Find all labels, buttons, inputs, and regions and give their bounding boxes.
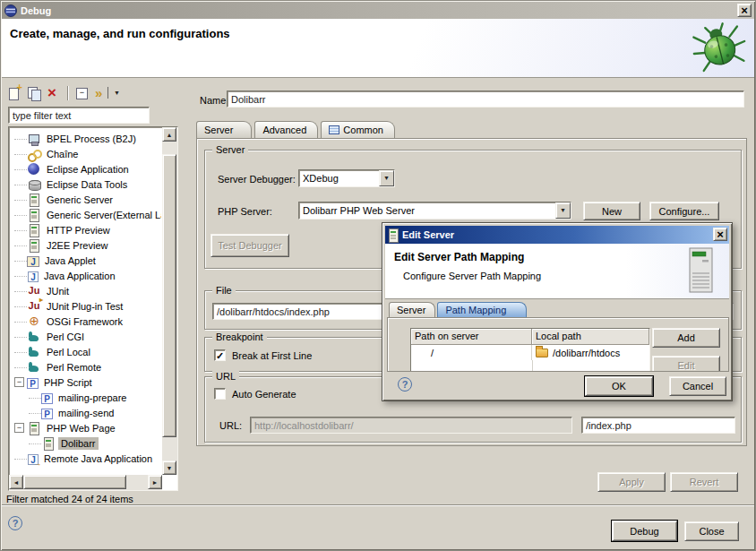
tree-item-label: JUnit (44, 285, 72, 297)
applet-icon: J (27, 256, 39, 267)
tree-item-j2ee-preview[interactable]: J2EE Preview (11, 237, 161, 253)
dialog-button-bar: OK Cancel (385, 372, 729, 400)
edit-server-dialog: Edit Server Edit Server Path Mapping Con… (382, 222, 733, 401)
expander-collapse-icon[interactable]: − (14, 423, 24, 433)
tree-connector (29, 398, 41, 399)
dialog-help-icon[interactable] (398, 377, 412, 392)
server-icon (27, 421, 41, 435)
tree-item-eclipse-data-tools[interactable]: Eclipse Data Tools (11, 176, 161, 192)
expander-collapse-icon[interactable]: − (14, 377, 24, 387)
server-debugger-select[interactable]: XDebug (298, 169, 395, 187)
name-input[interactable] (227, 90, 744, 108)
add-mapping-button[interactable]: Add (652, 328, 720, 348)
tree-connector (14, 154, 27, 155)
window-title: Debug (21, 5, 51, 16)
vertical-scroll-thumb[interactable] (162, 154, 176, 437)
window-titlebar[interactable]: Debug (2, 2, 754, 19)
tree-item-http-preview[interactable]: HTTP Preview (11, 222, 161, 237)
tree-item-generic-server[interactable]: Generic Server (11, 192, 161, 207)
scroll-right-icon[interactable]: ► (148, 475, 162, 489)
tree-item-mailing-prepare[interactable]: Pmailing-prepare (11, 390, 161, 405)
url-path-input[interactable] (581, 417, 735, 434)
tab-common[interactable]: Common (321, 121, 395, 139)
server-debugger-label: Server Debugger: (218, 174, 296, 185)
tab-advanced[interactable]: Advanced (254, 121, 318, 139)
new-server-button[interactable]: New (583, 202, 640, 220)
tree-item-label: JUnit Plug-in Test (44, 300, 125, 313)
tree-horizontal-scrollbar[interactable]: ◄ ► (9, 475, 162, 490)
column-header-path-on-server[interactable]: Path on server (411, 329, 532, 345)
cancel-button[interactable]: Cancel (669, 376, 726, 396)
auto-generate-label: Auto Generate (232, 389, 296, 400)
filter-configs-icon[interactable] (92, 84, 112, 102)
tree-item-label: BPEL Process (B2J) (44, 133, 139, 145)
test-debugger-button[interactable]: Test Debugger (210, 234, 289, 257)
apply-button[interactable]: Apply (597, 472, 666, 492)
scroll-left-icon[interactable]: ◄ (9, 475, 23, 489)
break-first-line-checkbox[interactable] (214, 349, 226, 361)
scroll-up-icon[interactable]: ▲ (162, 127, 176, 142)
chevron-down-icon[interactable] (555, 202, 571, 219)
tree-connector (14, 459, 27, 460)
tree-item-label: Perl CGI (44, 331, 87, 343)
configurations-toolbar (4, 82, 184, 104)
chevron-down-icon[interactable] (379, 170, 394, 186)
tab-server[interactable]: Server (196, 121, 252, 139)
menu-dropdown-icon[interactable] (112, 84, 123, 102)
dialog-tab-path-mapping[interactable]: Path Mapping (437, 302, 527, 318)
tree-connector (14, 215, 27, 216)
eclipse-icon (27, 162, 41, 176)
tree-item-perl-cgi[interactable]: Perl CGI (11, 329, 161, 344)
dialog-titlebar[interactable]: Edit Server (385, 226, 729, 244)
tree-item-label: mailing-send (56, 407, 116, 419)
tree-item-dolibarr[interactable]: Dolibarr (11, 435, 161, 451)
tree-item-java-applet[interactable]: JJava Applet (11, 253, 161, 268)
php-server-select[interactable]: Dolibarr PHP Web Server (298, 202, 571, 220)
help-icon[interactable] (8, 516, 22, 530)
column-header-local-path[interactable]: Local path (532, 329, 649, 345)
horizontal-scroll-thumb[interactable] (23, 475, 126, 489)
tree-item-label: mailing-prepare (56, 392, 129, 404)
dialog-close-button[interactable] (713, 228, 727, 241)
tree-connector (14, 352, 27, 353)
bpel-icon (27, 132, 41, 146)
scroll-down-icon[interactable]: ▼ (162, 461, 176, 475)
table-row[interactable]: / /dolibarr/htdocs (411, 345, 649, 360)
tree-vertical-scrollbar[interactable]: ▲ ▼ (162, 127, 177, 475)
table-header-row: Path on server Local path (411, 329, 649, 345)
tree-item-java-application[interactable]: JJava Application (11, 268, 161, 283)
tree-item-php-web-page[interactable]: −PHP Web Page (11, 420, 161, 435)
tree-item-bpel-process-b2j-[interactable]: BPEL Process (B2J) (11, 131, 161, 146)
tree-item-perl-local[interactable]: Perl Local (11, 344, 161, 359)
tree-item-remote-java-application[interactable]: JRemote Java Application (11, 451, 161, 466)
tree-item-cha-ne[interactable]: Chaîne (11, 146, 161, 161)
edit-mapping-button[interactable]: Edit (652, 356, 720, 372)
dialog-banner: Create, manage, and run configurations (2, 19, 754, 78)
tree-item-generic-server-external-la[interactable]: Generic Server(External La (11, 207, 161, 222)
tree-item-label: Java Applet (42, 254, 99, 267)
configure-server-button[interactable]: Configure... (649, 202, 719, 220)
tree-item-osgi-framework[interactable]: ⊕OSGi Framework (11, 314, 161, 329)
new-config-icon[interactable] (4, 84, 24, 102)
server-icon (41, 436, 56, 451)
junit-plugin-icon: Ju (27, 299, 41, 314)
path-mapping-content: Path on server Local path / /dolibarr/ht… (387, 317, 729, 372)
filter-input[interactable] (8, 107, 150, 124)
ok-button[interactable]: OK (585, 376, 653, 396)
close-button[interactable]: Close (684, 521, 739, 541)
debug-button[interactable]: Debug (612, 521, 677, 541)
duplicate-config-icon[interactable] (24, 84, 44, 102)
dialog-tab-server[interactable]: Server (389, 302, 435, 318)
tree-item-perl-remote[interactable]: Perl Remote (11, 359, 161, 375)
url-base-input[interactable] (250, 417, 572, 434)
server-tower-icon (688, 247, 715, 294)
revert-button[interactable]: Revert (670, 472, 738, 492)
collapse-all-icon[interactable] (73, 84, 92, 102)
tree-item-mailing-send[interactable]: Pmailing-send (11, 405, 161, 420)
tree-item-junit-plug-in-test[interactable]: JuJUnit Plug-in Test (11, 298, 161, 314)
tree-item-eclipse-application[interactable]: Eclipse Application (11, 161, 161, 176)
tree-item-junit[interactable]: JuJUnit (11, 283, 161, 298)
tree-item-php-script[interactable]: −PPHP Script (11, 375, 161, 390)
delete-config-icon[interactable] (44, 84, 64, 102)
auto-generate-checkbox[interactable] (214, 388, 226, 400)
